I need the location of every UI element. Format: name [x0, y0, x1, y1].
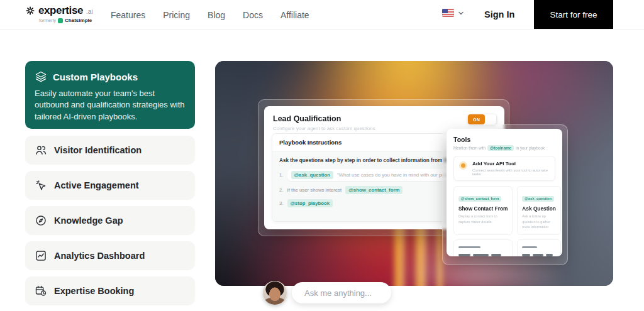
chatsimple-label: Chatsimple — [65, 18, 92, 23]
step-question-text: "What use cases do you have in mind with… — [337, 172, 460, 178]
compass-icon — [35, 214, 47, 227]
step-number: 3. — [279, 200, 284, 206]
sidebar-item-label: Knowledge Gap — [54, 216, 123, 226]
nav-item-blog[interactable]: Blog — [208, 10, 225, 20]
chevron-down-icon — [458, 10, 464, 16]
skeleton-tool-card — [517, 239, 560, 256]
tool-title: Ask Question — [522, 205, 555, 212]
sidebar-item-custom-playbooks[interactable]: Custom Playbooks Easily automate your te… — [25, 61, 195, 129]
calendar-clock-icon — [35, 285, 47, 297]
step-number: 1. — [279, 172, 284, 178]
nav-item-pricing[interactable]: Pricing — [163, 10, 190, 20]
top-navigation-bar: expertise .ai formerly Chatsimple Featur… — [0, 0, 644, 30]
sidebar-item-visitor-identification[interactable]: Visitor Identification — [25, 136, 195, 165]
playbook-tag[interactable]: @ask_question — [291, 171, 333, 179]
chatsimple-icon — [58, 18, 63, 23]
chat-widget — [263, 281, 391, 305]
hero-product-preview: Lead Qualification Configure your agent … — [215, 61, 613, 286]
api-tool-title: Add Your API Tool — [472, 161, 550, 166]
main-nav: Features Pricing Blog Docs Affiliate — [111, 0, 309, 30]
add-api-tool-card[interactable]: Add Your API Tool Connect seamlessly wit… — [453, 156, 555, 181]
tool-title: Show Contact From — [458, 205, 508, 212]
step-content-pill: @ask_question "What use cases do you hav… — [287, 169, 464, 181]
toolname-tag: @toolname — [487, 145, 514, 151]
nav-item-affiliate[interactable]: Affiliate — [280, 10, 309, 20]
sidebar-item-expertise-booking[interactable]: Expertise Booking — [25, 276, 195, 305]
nav-item-features[interactable]: Features — [111, 10, 145, 20]
page: expertise .ai formerly Chatsimple Featur… — [0, 0, 644, 311]
cursor-engagement-icon — [35, 179, 47, 192]
tool-card-show-contact-form[interactable]: @show_contact_form Show Contact From Dis… — [453, 186, 513, 235]
step-number: 2. — [279, 187, 284, 193]
analytics-chart-icon — [35, 249, 47, 262]
sidebar-item-knowledge-gap[interactable]: Knowledge Gap — [25, 206, 195, 235]
lead-panel-title: Lead Qualification — [273, 114, 496, 123]
playbook-tag[interactable]: @stop_playbook — [287, 199, 333, 207]
assistant-avatar[interactable] — [263, 281, 287, 305]
expertise-burst-icon — [25, 6, 35, 16]
sidebar-item-analytics-dashboard[interactable]: Analytics Dashboard — [25, 241, 195, 270]
sidebar-item-label: Visitor Identification — [54, 145, 142, 155]
formerly-label: formerly — [39, 18, 56, 23]
sidebar-item-active-engagement[interactable]: Active Engagement — [25, 171, 195, 200]
tools-panel: Tools Mention them with @toolname in you… — [447, 129, 562, 256]
tool-tag: @show_contact_form — [458, 196, 501, 202]
language-selector[interactable] — [442, 9, 464, 17]
tools-grid: @show_contact_form Show Contact From Dis… — [453, 186, 555, 256]
sidebar-item-label: Expertise Booking — [54, 286, 134, 296]
tool-card-ask-question[interactable]: @ask_question Ask Question Ask a follow … — [517, 186, 560, 235]
tools-subtitle-pre: Mention them with — [453, 146, 486, 150]
tool-tag: @ask_question — [522, 196, 554, 202]
feature-sidebar: Custom Playbooks Easily automate your te… — [25, 61, 195, 311]
logo-name: expertise — [38, 4, 83, 17]
logo[interactable]: expertise .ai formerly Chatsimple — [25, 4, 93, 23]
sign-in-link[interactable]: Sign In — [484, 0, 514, 30]
logo-suffix: .ai — [86, 8, 93, 15]
ask-me-anything-input[interactable] — [292, 282, 391, 303]
start-for-free-button[interactable]: Start for free — [534, 0, 613, 29]
api-tool-icon — [459, 161, 467, 170]
playbook-tag[interactable]: @show_contact_form — [345, 186, 402, 194]
tools-title: Tools — [453, 136, 555, 143]
toggle-on-badge: ON — [468, 114, 485, 124]
layers-icon — [35, 70, 47, 83]
tool-description: Ask a follow up question to gather more … — [522, 214, 555, 230]
skeleton-tool-card — [453, 239, 513, 256]
nav-item-docs[interactable]: Docs — [243, 10, 263, 20]
sidebar-item-label: Analytics Dashboard — [54, 251, 145, 261]
tools-subtitle: Mention them with @toolname in your play… — [453, 145, 555, 151]
sidebar-active-title: Custom Playbooks — [53, 72, 138, 82]
us-flag-icon — [442, 9, 454, 17]
tools-subtitle-post: in your playbook — [516, 146, 545, 150]
sidebar-active-description: Easily automate your team's best outboun… — [35, 88, 186, 123]
users-icon — [35, 144, 47, 156]
sidebar-item-label: Active Engagement — [54, 180, 139, 190]
playbook-toggle[interactable]: ON — [468, 114, 496, 124]
tool-description: Display a contact form to capture visito… — [458, 214, 508, 224]
step-condition-text: If the user shows interest — [287, 187, 342, 193]
api-tool-description: Connect seamlessly with your tool to aut… — [472, 168, 550, 176]
